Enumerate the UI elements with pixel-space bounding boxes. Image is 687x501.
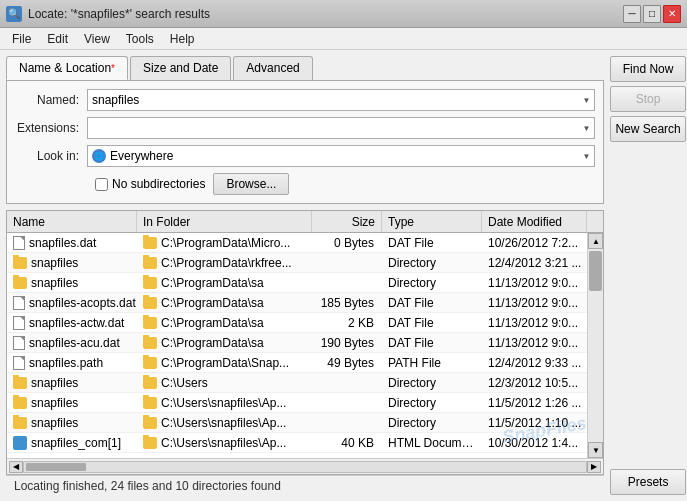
app-icon: 🔍 [6,6,22,22]
table-row[interactable]: snapfiles C:\ProgramData\rkfree... Direc… [7,253,587,273]
named-input[interactable] [92,93,583,107]
table-row[interactable]: snapfiles C:\ProgramData\sa Directory 11… [7,273,587,293]
cell-date: 11/5/2012 1:10 ... [482,415,587,431]
cell-folder: C:\ProgramData\sa [137,275,312,291]
extensions-dropdown-arrow[interactable]: ▼ [583,124,591,133]
scroll-up-arrow[interactable]: ▲ [588,233,603,249]
table-row[interactable]: snapfiles-acopts.dat C:\ProgramData\sa 1… [7,293,587,313]
new-search-button[interactable]: New Search [610,116,685,142]
folder-icon [13,377,27,389]
table-row[interactable]: snapfiles C:\Users\snapfiles\Ap... Direc… [7,413,587,433]
named-input-container[interactable]: ▼ [87,89,595,111]
cell-date: 11/13/2012 9:0... [482,295,587,311]
h-scroll-track[interactable] [23,461,587,473]
extensions-label: Extensions: [15,121,87,135]
folder-icon [143,337,157,349]
menu-tools[interactable]: Tools [118,30,162,48]
cell-date: 12/4/2012 3:21 ... [482,255,587,271]
presets-button[interactable]: Presets [610,469,685,495]
menu-help[interactable]: Help [162,30,203,48]
no-subdirectories-checkbox[interactable] [95,178,108,191]
extensions-input[interactable] [92,121,583,135]
col-header-date[interactable]: Date Modified [482,211,587,232]
extensions-row: Extensions: ▼ [15,117,595,139]
menu-view[interactable]: View [76,30,118,48]
close-button[interactable]: ✕ [663,5,681,23]
folder-icon [143,297,157,309]
table-row[interactable]: snapfiles-acu.dat C:\ProgramData\sa 190 … [7,333,587,353]
tab-size-date[interactable]: Size and Date [130,56,231,80]
horizontal-scrollbar[interactable]: ◀ ▶ [7,458,603,474]
lookin-row: Look in: 🌐 Everywhere ▼ [15,145,595,167]
table-row[interactable]: snapfiles.path C:\ProgramData\Snap... 49… [7,353,587,373]
title-bar-left: 🔍 Locate: '*snapfiles*' search results [6,6,210,22]
cell-date: 12/4/2012 9:33 ... [482,355,587,371]
no-subdirectories-area[interactable]: No subdirectories [95,177,205,191]
cell-type: HTML Document [382,435,482,451]
lookin-inner: 🌐 Everywhere [92,149,173,163]
cell-date: 11/13/2012 9:0... [482,335,587,351]
stop-button[interactable]: Stop [610,86,685,112]
cell-type: DAT File [382,335,482,351]
table-row[interactable]: snapfiles_com[1] C:\Users\snapfiles\Ap..… [7,433,587,453]
menu-file[interactable]: File [4,30,39,48]
cell-size: 0 Bytes [312,235,382,251]
cell-size: 2 KB [312,315,382,331]
maximize-button[interactable]: □ [643,5,661,23]
cell-folder: C:\Users\snapfiles\Ap... [137,395,312,411]
col-header-size[interactable]: Size [312,211,382,232]
table-row[interactable]: snapfiles C:\Users\snapfiles\Ap... Direc… [7,393,587,413]
cell-size [312,262,382,264]
find-now-button[interactable]: Find Now [610,56,685,82]
col-header-folder[interactable]: In Folder [137,211,312,232]
cell-folder: C:\Users\snapfiles\Ap... [137,415,312,431]
cell-name: snapfiles [7,275,137,291]
cell-name: snapfiles.path [7,355,137,371]
file-icon [13,316,25,330]
col-header-type[interactable]: Type [382,211,482,232]
table-row[interactable]: snapfiles.dat C:\ProgramData\Micro... 0 … [7,233,587,253]
cell-size: 40 KB [312,435,382,451]
cell-name: snapfiles [7,255,137,271]
scroll-down-arrow[interactable]: ▼ [588,442,603,458]
file-icon [13,336,25,350]
cell-folder: C:\ProgramData\Micro... [137,235,312,251]
named-dropdown-arrow[interactable]: ▼ [583,96,591,105]
lookin-input-container[interactable]: 🌐 Everywhere ▼ [87,145,595,167]
cell-folder: C:\ProgramData\rkfree... [137,255,312,271]
table-row[interactable]: snapfiles C:\Users Directory 12/3/2012 1… [7,373,587,393]
table-row[interactable]: snapfiles-actw.dat C:\ProgramData\sa 2 K… [7,313,587,333]
results-area: Name In Folder Size Type Date Modified s… [6,210,604,475]
lookin-label: Look in: [15,149,87,163]
cell-folder: C:\ProgramData\sa [137,335,312,351]
vertical-scrollbar[interactable]: ▲ ▼ [587,233,603,458]
tab-advanced[interactable]: Advanced [233,56,312,80]
menu-edit[interactable]: Edit [39,30,76,48]
tab-name-location[interactable]: Name & Location* [6,56,128,80]
scroll-thumb [589,251,602,291]
cell-size [312,382,382,384]
scroll-track[interactable] [588,249,603,442]
no-subdirectories-label: No subdirectories [112,177,205,191]
cell-name: snapfiles [7,375,137,391]
cell-name: snapfiles_com[1] [7,435,137,451]
cell-size: 190 Bytes [312,335,382,351]
cell-size [312,402,382,404]
browse-button[interactable]: Browse... [213,173,289,195]
extensions-input-container[interactable]: ▼ [87,117,595,139]
minimize-button[interactable]: ─ [623,5,641,23]
cell-size [312,422,382,424]
status-bar: Locating finished, 24 files and 10 direc… [6,475,604,495]
results-body[interactable]: snapfiles.dat C:\ProgramData\Micro... 0 … [7,233,587,458]
cell-folder: C:\ProgramData\Snap... [137,355,312,371]
window-title: Locate: '*snapfiles*' search results [28,7,210,21]
folder-icon [143,397,157,409]
folder-icon [143,377,157,389]
scroll-left-arrow[interactable]: ◀ [9,461,23,473]
lookin-dropdown-arrow[interactable]: ▼ [583,152,591,161]
folder-icon [143,357,157,369]
scroll-right-arrow[interactable]: ▶ [587,461,601,473]
col-header-name[interactable]: Name [7,211,137,232]
cell-type: DAT File [382,235,482,251]
cell-date: 10/26/2012 7:2... [482,235,587,251]
